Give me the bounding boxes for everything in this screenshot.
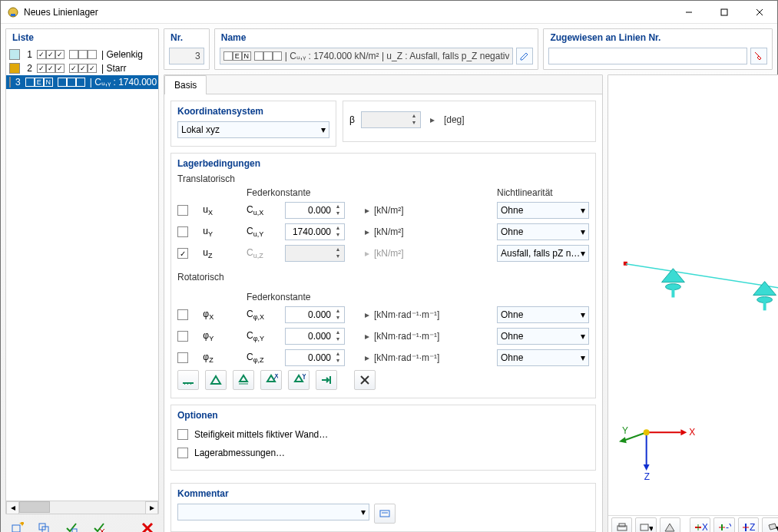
svg-marker-40 bbox=[753, 282, 776, 296]
nl-uy-select[interactable]: Ohne▾ bbox=[497, 223, 589, 240]
chevron-down-icon: ▾ bbox=[321, 124, 326, 135]
print-preview-button[interactable] bbox=[611, 517, 632, 533]
assigned-field[interactable] bbox=[548, 48, 747, 64]
copy-item-button[interactable] bbox=[35, 519, 55, 532]
svg-rect-3 bbox=[721, 9, 727, 15]
list-panel: Liste 1 ✓✓✓ | Gelenkig 2 ✓✓✓ bbox=[5, 28, 159, 514]
list-item[interactable]: 1 ✓✓✓ | Gelenkig bbox=[6, 48, 158, 61]
list-toolbar: ✦ bbox=[5, 514, 159, 532]
preset-free-button[interactable] bbox=[316, 370, 337, 390]
color-swatch bbox=[9, 77, 11, 88]
delete-item-button[interactable] bbox=[137, 519, 157, 532]
axis-x-button[interactable]: X bbox=[690, 517, 710, 533]
scroll-thumb[interactable] bbox=[19, 501, 50, 513]
svg-rect-55 bbox=[641, 524, 648, 530]
axes-gizmo: X Y Z bbox=[619, 425, 695, 482]
axis-z-button[interactable]: Z bbox=[738, 517, 759, 533]
assigned-panel: Zugewiesen an Linien Nr. bbox=[543, 28, 773, 70]
pick-lines-button[interactable] bbox=[750, 48, 767, 64]
cux-spinner[interactable]: 0.000▴▾ bbox=[285, 202, 345, 219]
check-exclude-button[interactable] bbox=[90, 519, 110, 532]
view-menu-button[interactable]: ▾ bbox=[635, 517, 656, 533]
svg-text:X: X bbox=[689, 427, 695, 438]
svg-text:X: X bbox=[702, 522, 707, 533]
comment-pick-button[interactable] bbox=[374, 504, 396, 524]
uz-checkbox[interactable]: ✓ bbox=[177, 248, 188, 259]
list-body[interactable]: 1 ✓✓✓ | Gelenkig 2 ✓✓✓ ✓✓✓ | Starr bbox=[6, 48, 158, 501]
goto-icon[interactable]: ▸ bbox=[362, 226, 372, 237]
svg-text:✦: ✦ bbox=[18, 522, 24, 529]
app-icon bbox=[7, 6, 19, 18]
svg-text:▾: ▾ bbox=[649, 523, 653, 533]
svg-marker-50 bbox=[644, 464, 650, 471]
window-title: Neues Linienlager bbox=[24, 7, 671, 18]
preset-roller-y-button[interactable]: Y bbox=[288, 370, 310, 390]
coord-system-select[interactable]: Lokal xyz▾ bbox=[177, 121, 329, 138]
scroll-right-icon[interactable]: ▸ bbox=[145, 501, 158, 514]
phiz-checkbox[interactable] bbox=[177, 352, 188, 363]
maximize-button[interactable] bbox=[707, 1, 742, 24]
scroll-left-icon[interactable]: ◂ bbox=[6, 501, 19, 514]
preview-panel: X Y Z ▾ bbox=[608, 74, 778, 532]
tab-basis[interactable]: Basis bbox=[164, 75, 207, 94]
axis-y-button[interactable]: -Y bbox=[713, 517, 734, 533]
minimize-button[interactable] bbox=[671, 1, 707, 24]
svg-rect-1 bbox=[11, 14, 15, 16]
opt-dimensions-checkbox[interactable] bbox=[177, 448, 188, 458]
iso-view-button[interactable]: ▾ bbox=[762, 517, 778, 533]
goto-icon[interactable]: ▸ bbox=[362, 331, 372, 342]
cuy-spinner[interactable]: 1740.000▴▾ bbox=[285, 223, 345, 240]
titlebar: Neues Linienlager bbox=[1, 1, 777, 24]
preset-fixed-button[interactable] bbox=[177, 370, 199, 390]
cuz-spinner: ▴▾ bbox=[285, 245, 345, 262]
name-field: EN | Cᵤ,ᵧ : 1740.000 kN/m² | u_Z : Ausfa… bbox=[220, 48, 514, 64]
list-item-selected[interactable]: 3 EN | Cᵤ,ᵧ : 1740.000 kN bbox=[6, 75, 158, 89]
preset-pinned-button[interactable] bbox=[205, 370, 227, 390]
ux-checkbox[interactable] bbox=[177, 205, 188, 216]
goto-icon[interactable]: ▸ bbox=[362, 205, 372, 216]
goto-icon[interactable]: ▸ bbox=[427, 114, 438, 125]
list-header: Liste bbox=[6, 29, 158, 48]
phix-checkbox[interactable] bbox=[177, 309, 188, 320]
nr-field[interactable]: 3 bbox=[169, 48, 204, 64]
name-edit-button[interactable] bbox=[516, 48, 533, 64]
new-item-button[interactable]: ✦ bbox=[7, 519, 27, 532]
nl-phiz-select[interactable]: Ohne▾ bbox=[497, 349, 589, 366]
shade-button[interactable] bbox=[660, 517, 680, 533]
preset-roller-button[interactable] bbox=[233, 370, 254, 390]
svg-marker-47 bbox=[619, 437, 627, 443]
preview-canvas[interactable]: X Y Z bbox=[608, 75, 778, 515]
preview-toolbar: ▾ X -Y Z ▾ ▾ bbox=[608, 515, 778, 532]
cphix-spinner[interactable]: 0.000▴▾ bbox=[285, 306, 345, 323]
svg-rect-29 bbox=[380, 511, 389, 517]
opt-fictwall-checkbox[interactable] bbox=[177, 429, 188, 440]
support-presets: X Y bbox=[177, 367, 589, 390]
nl-phix-select[interactable]: Ohne▾ bbox=[497, 306, 589, 323]
svg-marker-20 bbox=[240, 375, 247, 382]
cphiy-spinner[interactable]: 0.000▴▾ bbox=[285, 328, 345, 345]
svg-text:Z: Z bbox=[644, 471, 650, 482]
nl-ux-select[interactable]: Ohne▾ bbox=[497, 202, 589, 219]
list-hscroll[interactable]: ◂ ▸ bbox=[6, 501, 158, 514]
beta-spinner: ▴▾ bbox=[361, 111, 421, 128]
goto-icon[interactable]: ▸ bbox=[362, 352, 372, 363]
color-swatch bbox=[9, 63, 20, 74]
svg-rect-10 bbox=[72, 529, 77, 532]
phiy-checkbox[interactable] bbox=[177, 331, 188, 342]
preset-roller-x-button[interactable]: X bbox=[260, 370, 282, 390]
color-swatch bbox=[9, 49, 20, 60]
nl-uz-select[interactable]: Ausfall, falls pZ n…▾ bbox=[497, 245, 589, 262]
nl-phiy-select[interactable]: Ohne▾ bbox=[497, 328, 589, 345]
check-include-button[interactable] bbox=[62, 519, 82, 532]
svg-text:X: X bbox=[273, 374, 278, 382]
list-item[interactable]: 2 ✓✓✓ ✓✓✓ | Starr bbox=[6, 61, 158, 75]
name-panel: Name EN | Cᵤ,ᵧ : 1740.000 kN/m² | u_Z : … bbox=[214, 28, 539, 70]
close-button[interactable] bbox=[742, 1, 777, 24]
svg-text:Z: Z bbox=[750, 522, 755, 533]
comment-combo[interactable]: ▾ bbox=[177, 504, 369, 520]
preset-clear-button[interactable] bbox=[354, 370, 376, 390]
svg-text:-Y: -Y bbox=[726, 522, 731, 533]
uy-checkbox[interactable] bbox=[177, 226, 188, 237]
goto-icon[interactable]: ▸ bbox=[362, 309, 372, 320]
cphiz-spinner[interactable]: 0.000▴▾ bbox=[285, 349, 345, 366]
